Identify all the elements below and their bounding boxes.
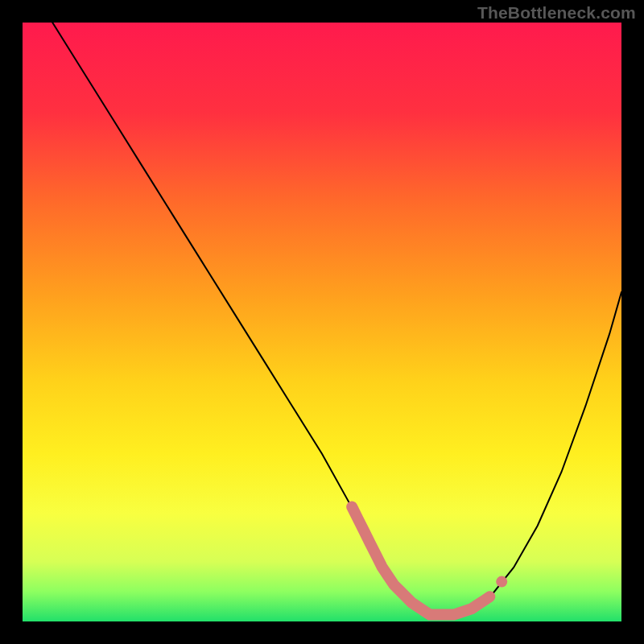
- chart-frame: TheBottleneck.com: [0, 0, 644, 644]
- gradient-background: [23, 23, 621, 621]
- watermark-text: TheBottleneck.com: [477, 3, 636, 23]
- plot-area: [23, 23, 621, 621]
- bottleneck-chart: [23, 23, 621, 621]
- valley-marker-dot: [496, 576, 507, 588]
